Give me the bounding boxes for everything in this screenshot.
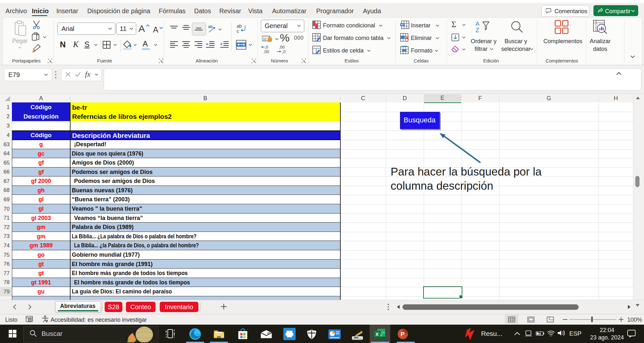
svg-text:A: A bbox=[476, 21, 479, 27]
svg-text:,00: ,00 bbox=[263, 49, 269, 54]
svg-text:Z: Z bbox=[476, 27, 479, 33]
svg-text:ab: ab bbox=[208, 24, 213, 29]
svg-text:Σ: Σ bbox=[451, 20, 456, 28]
svg-text:ab: ab bbox=[237, 24, 242, 29]
svg-text:X: X bbox=[375, 331, 379, 337]
svg-text:,0: ,0 bbox=[282, 49, 286, 54]
svg-text:P: P bbox=[401, 331, 405, 338]
svg-text:,0: ,0 bbox=[265, 45, 268, 50]
svg-text:,00: ,00 bbox=[279, 45, 285, 50]
svg-text:co: co bbox=[263, 37, 267, 41]
svg-text:c: c bbox=[237, 29, 239, 34]
